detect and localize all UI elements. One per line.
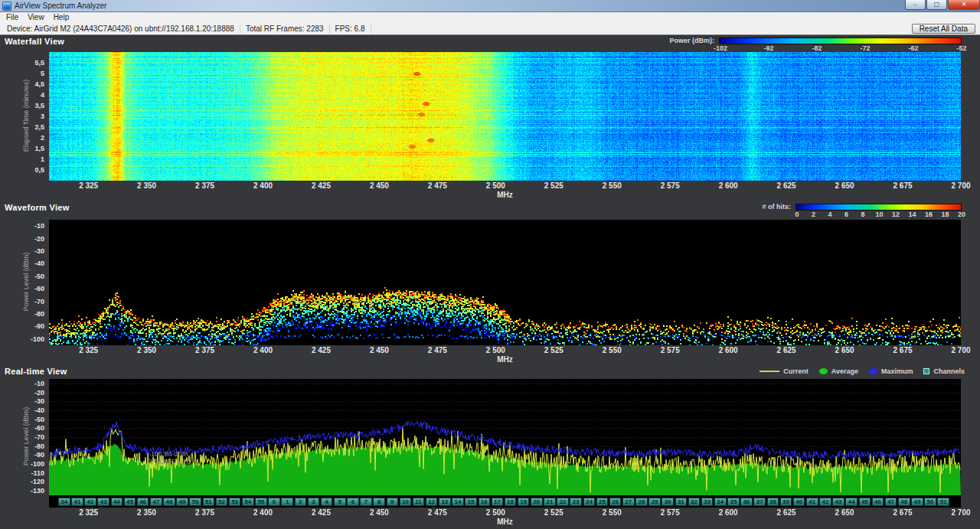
fps-status: FPS: 6.8 xyxy=(330,24,371,34)
x-tick-label: 2 575 xyxy=(661,181,680,190)
x-tick-label: 2 700 xyxy=(951,346,970,354)
legend-item-current: Current xyxy=(760,367,808,375)
x-tick-label: 2 550 xyxy=(603,508,622,517)
x-tick-label: 2 700 xyxy=(951,181,970,190)
realtime-title: Real-time View xyxy=(5,367,67,376)
x-tick-label: 2 700 xyxy=(951,508,970,517)
x-tick-label: 2 375 xyxy=(195,346,214,354)
y-tick-label: 0,5 xyxy=(34,166,44,174)
waterfall-section: Waterfall View Power (dBm): -102-92-82-7… xyxy=(0,35,980,199)
hits-colorbar-label: # of hits: xyxy=(763,203,792,211)
channel-box: 25 xyxy=(596,498,609,506)
legend-label: Channels xyxy=(933,367,965,375)
title-bar: AirView Spectrum Analyzer – ▢ ✕ xyxy=(0,0,980,12)
y-tick-label: -80 xyxy=(34,442,44,450)
colorbar-tick-label: -72 xyxy=(860,44,870,52)
maximum-swatch-icon xyxy=(869,368,877,374)
x-tick-label: 2 675 xyxy=(893,508,913,517)
y-tick-label: -70 xyxy=(34,298,44,305)
y-tick-label: -10 xyxy=(34,380,44,387)
x-tick-label: 2 375 xyxy=(195,508,214,517)
y-tick-label: 1 xyxy=(41,155,44,163)
x-tick-label: 2 600 xyxy=(719,346,738,354)
colorbar-tick-label: 4 xyxy=(828,211,831,218)
channel-box: 54 xyxy=(242,498,254,506)
channel-box: 44 xyxy=(845,498,858,506)
x-tick-label: 2 625 xyxy=(777,508,796,517)
x-tick-label: 2 650 xyxy=(835,508,854,517)
colorbar-tick-label: 0 xyxy=(795,211,799,218)
realtime-plot[interactable] xyxy=(49,379,961,495)
channel-box: 0 xyxy=(268,498,280,506)
waterfall-plot[interactable] xyxy=(49,52,961,181)
menu-item-file[interactable]: File xyxy=(2,12,23,23)
y-tick-label: 5 xyxy=(41,70,44,77)
channel-box: 45 xyxy=(859,498,871,506)
menu-bar: FileViewHelp xyxy=(0,12,980,23)
cursor-readout: -105.96 dBm 2 343.75 MHz xyxy=(149,450,191,465)
x-tick-label: 2 425 xyxy=(312,346,331,354)
status-toolbar: Device: AirGrid M2 (24A43C7A0426) on ubn… xyxy=(0,23,980,35)
x-tick-label: 2 600 xyxy=(719,181,738,190)
x-tick-label: 2 550 xyxy=(603,181,622,190)
x-tick-label: 2 625 xyxy=(777,181,796,190)
y-tick-label: -110 xyxy=(31,469,44,477)
channel-box: 16 xyxy=(479,498,491,506)
channel-box: 11 xyxy=(413,498,425,506)
channel-box: 46 xyxy=(137,498,149,506)
x-tick-label: 2 375 xyxy=(195,181,214,190)
waveform-plot[interactable] xyxy=(49,220,961,345)
realtime-section: Real-time View CurrentAverageMaximumChan… xyxy=(0,364,980,526)
y-tick-label: -100 xyxy=(31,460,44,468)
minimize-button[interactable]: – xyxy=(905,0,926,10)
close-button[interactable]: ✕ xyxy=(948,0,980,10)
rf-frames-status: Total RF Frames: 2283 xyxy=(240,24,330,34)
y-tick-label: -80 xyxy=(34,310,44,318)
x-tick-label: 2 525 xyxy=(544,181,564,190)
channel-box: 33 xyxy=(701,498,714,506)
legend-item-average: Average xyxy=(819,367,858,375)
x-tick-label: 2 550 xyxy=(603,346,622,354)
y-tick-label: -30 xyxy=(34,397,44,405)
channel-box: 22 xyxy=(557,498,569,506)
colorbar-tick-label: 2 xyxy=(812,211,815,218)
waterfall-xlabel: MHz xyxy=(49,191,961,199)
colorbar-tick-label: -52 xyxy=(956,44,966,52)
colorbar-tick-label: -102 xyxy=(714,44,727,52)
x-tick-label: 2 350 xyxy=(137,181,156,190)
colorbar-tick-label: -92 xyxy=(763,44,773,52)
menu-item-help[interactable]: Help xyxy=(49,12,74,23)
menu-item-view[interactable]: View xyxy=(23,12,49,23)
reset-all-data-button[interactable]: Reset All Data xyxy=(912,24,975,34)
channel-box: 51 xyxy=(203,498,215,506)
power-colorbar: Power (dBm): -102-92-82-72-62-52 xyxy=(670,37,962,52)
channel-strip: 3441424344454647484950515253545501234567… xyxy=(49,495,961,508)
channel-box: 42 xyxy=(84,498,96,506)
colorbar-tick-label: 14 xyxy=(908,211,916,218)
y-tick-label: 3,5 xyxy=(34,102,44,109)
x-tick-label: 2 325 xyxy=(79,181,98,190)
y-tick-label: -40 xyxy=(34,260,44,267)
y-tick-label: -50 xyxy=(34,416,44,423)
x-tick-label: 2 675 xyxy=(893,346,913,354)
channel-box: 53 xyxy=(229,498,241,506)
x-tick-label: 2 475 xyxy=(428,508,447,517)
current-swatch-icon xyxy=(760,371,779,372)
colorbar-tick-label: 12 xyxy=(892,211,900,218)
channel-box: 6 xyxy=(347,498,359,506)
x-tick-label: 2 575 xyxy=(661,346,680,354)
channel-box: 49 xyxy=(176,498,188,506)
x-tick-label: 2 350 xyxy=(137,508,156,517)
colorbar-tick-label: -62 xyxy=(908,44,918,52)
legend-label: Maximum xyxy=(881,367,913,375)
waterfall-xaxis: 2 3252 3502 3752 4002 4252 4502 4752 500… xyxy=(49,181,961,191)
maximize-button[interactable]: ▢ xyxy=(926,0,947,10)
hits-colorbar: # of hits: 02468101214161820 xyxy=(763,203,962,218)
colorbar-tick-label: 20 xyxy=(958,211,965,218)
x-tick-label: 2 325 xyxy=(79,346,98,354)
channel-box: 38 xyxy=(767,498,779,506)
x-tick-label: 2 400 xyxy=(253,508,273,517)
channel-box: 41 xyxy=(806,498,818,506)
channel-box: 42 xyxy=(819,498,831,506)
x-tick-label: 2 425 xyxy=(312,508,331,517)
